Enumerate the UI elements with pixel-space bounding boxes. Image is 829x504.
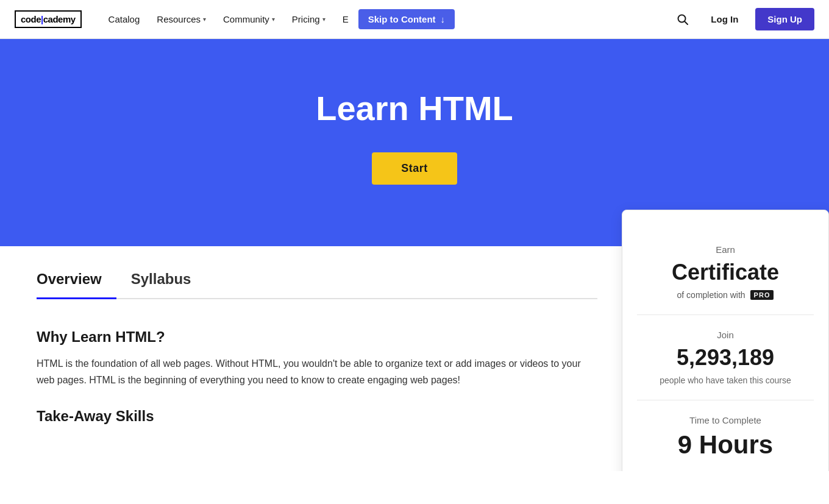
pricing-chevron-icon: ▾ (322, 16, 326, 23)
skip-label: Skip to Content (368, 14, 436, 24)
hero-title: Learn HTML (316, 88, 513, 128)
start-button[interactable]: Start (372, 152, 457, 185)
login-label: Log In (711, 14, 738, 24)
tab-overview-label: Overview (37, 271, 102, 287)
community-label: Community (223, 14, 269, 24)
tab-overview[interactable]: Overview (37, 261, 116, 299)
svg-line-1 (685, 21, 688, 24)
why-title: Why Learn HTML? (37, 328, 597, 346)
join-count: 5,293,189 (637, 345, 814, 371)
join-label: Join (637, 330, 814, 340)
join-section: Join 5,293,189 people who have taken thi… (637, 315, 814, 400)
signup-button[interactable]: Sign Up (755, 8, 814, 30)
time-value: 9 Hours (637, 430, 814, 460)
search-button[interactable] (672, 9, 694, 30)
skip-to-content-button[interactable]: Skip to Content ↓ (358, 9, 455, 29)
logo-cademy: cademy (43, 14, 76, 24)
certificate-title: Certificate (637, 260, 814, 285)
signup-label: Sign Up (767, 14, 802, 24)
tab-syllabus-label: Syllabus (131, 271, 191, 287)
logo[interactable]: code|cademy (15, 10, 82, 28)
content-area: Overview Syllabus Why Learn HTML? HTML i… (0, 246, 829, 471)
extra-label: E (343, 14, 349, 24)
completion-label: of completion with (677, 290, 745, 300)
resources-chevron-icon: ▾ (203, 16, 206, 23)
tabs: Overview Syllabus (37, 246, 597, 299)
sidebar-card: Earn Certificate of completion with PRO … (622, 210, 829, 471)
community-chevron-icon: ▾ (272, 16, 275, 23)
search-icon (677, 13, 689, 26)
earn-label: Earn (637, 244, 814, 255)
join-sublabel: people who have taken this course (637, 375, 814, 385)
completion-text: of completion with PRO (637, 290, 814, 300)
certificate-section: Earn Certificate of completion with PRO (637, 230, 814, 315)
why-text: HTML is the foundation of all web pages.… (37, 355, 597, 388)
arrow-down-icon: ↓ (441, 14, 446, 24)
nav-community[interactable]: Community ▾ (216, 9, 282, 29)
start-label: Start (401, 162, 428, 174)
time-label: Time to Complete (637, 415, 814, 425)
logo-code: code (21, 14, 41, 24)
pricing-label: Pricing (292, 14, 320, 24)
main-content: Overview Syllabus Why Learn HTML? HTML i… (0, 246, 622, 471)
time-section: Time to Complete 9 Hours (637, 400, 814, 471)
nav-catalog[interactable]: Catalog (101, 9, 148, 29)
nav-extra[interactable]: E (335, 9, 356, 29)
catalog-label: Catalog (109, 14, 140, 24)
nav-links: Catalog Resources ▾ Community ▾ Pricing … (101, 9, 672, 29)
skills-title: Take-Away Skills (37, 408, 597, 425)
nav-resources[interactable]: Resources ▾ (149, 9, 213, 29)
pro-badge: PRO (750, 290, 774, 300)
nav-pricing[interactable]: Pricing ▾ (285, 9, 333, 29)
tab-syllabus[interactable]: Syllabus (131, 261, 206, 299)
resources-label: Resources (157, 14, 201, 24)
nav-right: Log In Sign Up (672, 8, 814, 30)
navbar: code|cademy Catalog Resources ▾ Communit… (0, 0, 829, 39)
login-button[interactable]: Log In (703, 9, 745, 29)
